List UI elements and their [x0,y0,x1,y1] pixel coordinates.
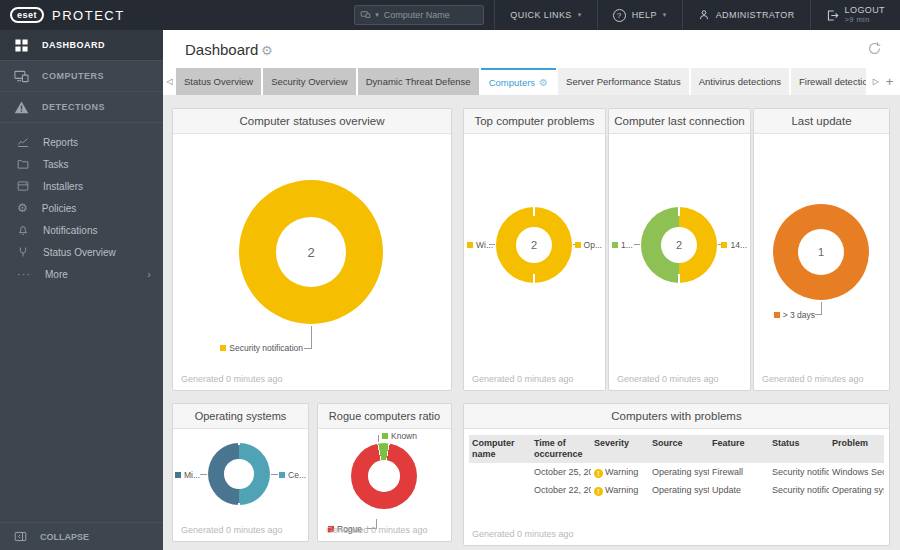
quick-links-menu[interactable]: QUICK LINKS ▾ [494,0,596,30]
computers-monitor-icon [14,69,29,84]
card-title: Top computer problems [464,109,605,134]
sidebar-item-label: Notifications [43,225,97,236]
cell-status: Security notific... [769,467,829,478]
sidebar-item-label: DETECTIONS [42,102,105,112]
search-scope-chevron-icon[interactable]: ▾ [375,11,379,19]
sidebar-item-label: DASHBOARD [42,40,105,50]
tab-label: Security Overview [271,76,348,87]
donut-chart[interactable]: 1 [773,204,869,300]
sidebar-item-computers[interactable]: COMPUTERS [0,61,163,92]
chevron-down-icon: ▾ [578,11,582,19]
table-header-row: Computer name Time of occurrence Severit… [469,435,884,463]
card-computers-with-problems: Computers with problems Computer name Ti… [463,403,890,546]
tab-label: Server Performance Status [566,76,681,87]
sidebar-item-dashboard[interactable]: DASHBOARD [0,30,163,61]
card-computer-statuses-overview: Computer statuses overview 2 Security no… [172,108,452,391]
sidebar-item-notifications[interactable]: Notifications [0,219,163,241]
tab-security-overview[interactable]: Security Overview [263,68,356,95]
sidebar: DASHBOARD COMPUTERS DETECTIONS Reports T… [0,30,163,550]
legend-item: 1... [612,240,633,250]
help-question-icon: ? [613,9,626,22]
column-header: Time of occurrence [531,438,591,460]
sidebar-collapse-button[interactable]: COLLAPSE [0,522,177,550]
product-name: PROTECT [52,8,125,23]
card-operating-systems: Operating systems Mi... Ce... Generated … [172,403,309,542]
chevron-down-icon: ▾ [663,11,667,19]
donut-center-value: 2 [516,227,553,264]
tab-computers[interactable]: Computers ⚙ [481,68,556,95]
donut-center-value: 2 [276,217,345,286]
policies-gear-icon: ⚙ [17,202,28,214]
donut-chart[interactable] [351,443,417,509]
tab-settings-gear-icon[interactable]: ⚙ [539,77,548,88]
sidebar-item-label: More [45,269,68,280]
legend-swatch [467,242,473,248]
sidebar-item-detections[interactable]: DETECTIONS [0,92,163,123]
sidebar-item-status-overview[interactable]: Status Overview [0,241,163,263]
search-input[interactable] [382,9,456,21]
cell-problem: Windows Secur... [829,467,884,478]
legend-item: Mi... [175,470,200,480]
donut-chart[interactable] [208,443,270,505]
tab-dynamic-threat-defense[interactable]: Dynamic Threat Defense [358,68,479,95]
generated-timestamp: Generated 0 minutes ago [472,529,574,539]
computer-search[interactable]: ▾ [354,5,484,25]
column-header: Problem [829,438,884,460]
more-ellipsis-icon: ··· [17,268,31,280]
column-header: Feature [709,438,769,460]
column-header: Computer name [469,438,531,460]
sidebar-item-reports[interactable]: Reports [0,131,163,153]
cell-time: October 22, 20... [531,485,591,496]
add-dashboard-icon[interactable]: + [886,74,894,89]
severity-label: Warning [605,485,638,495]
sidebar-item-label: COMPUTERS [42,71,104,81]
sidebar-item-label: Tasks [43,159,69,170]
column-header: Status [769,438,829,460]
user-name-label: ADMINISTRATOR [716,10,795,20]
refresh-icon[interactable] [867,41,882,56]
legend-item: Known [382,431,417,441]
tab-server-performance-status[interactable]: Server Performance Status [558,68,689,95]
donut-chart[interactable]: 2 [641,207,717,283]
page-title: Dashboard [185,41,258,58]
donut-hole [224,459,254,489]
sidebar-item-more[interactable]: ··· More › [0,263,163,285]
table-row[interactable]: October 22, 20... !Warning Operating sys… [469,481,884,499]
tab-label: Status Overview [184,76,253,87]
card-title: Computer statuses overview [173,109,451,134]
card-last-update: Last update 1 > 3 days Generated 0 minut… [753,108,890,391]
donut-chart[interactable]: 2 [496,207,572,283]
donut-hole [368,460,400,492]
legend-swatch [382,433,388,439]
logout-button[interactable]: LOGOUT >9 min [810,0,900,30]
legend-label: Security notification [229,343,303,353]
donut-center-value: 2 [661,227,698,264]
user-menu[interactable]: ADMINISTRATOR [682,0,810,30]
dashboard-settings-gear-icon[interactable]: ⚙ [261,43,273,58]
sidebar-item-label: Installers [43,181,83,192]
warning-icon: ! [594,487,603,496]
sidebar-item-installers[interactable]: Installers [0,175,163,197]
donut-chart[interactable]: 2 [239,180,383,324]
dashboard-grid-icon [14,38,29,53]
topbar: eset PROTECT ▾ QUICK LINKS ▾ ? HELP ▾ AD… [0,0,900,30]
main-header: Dashboard ⚙ [163,30,900,68]
severity-label: Warning [605,467,638,477]
sidebar-item-tasks[interactable]: Tasks [0,153,163,175]
cell-status: Security notific... [769,485,829,496]
chevron-right-icon: › [147,268,163,280]
reports-chart-icon [17,136,29,148]
tab-status-overview[interactable]: Status Overview [176,68,261,95]
tab-antivirus-detections[interactable]: Antivirus detections [691,68,789,95]
tab-scroll-right-icon[interactable]: ▷ [873,77,879,86]
brand: eset PROTECT [0,7,125,23]
sidebar-item-policies[interactable]: ⚙ Policies [0,197,163,219]
card-rogue-computers-ratio: Rogue computers ratio Known Rogue Genera… [317,403,452,542]
help-menu[interactable]: ? HELP ▾ [597,0,682,30]
table-row[interactable]: October 25, 20... !Warning Operating sys… [469,463,884,481]
eset-logo: eset [10,7,44,23]
legend-label: Known [391,431,417,441]
legend-item: 14... [721,240,747,250]
tab-scroll-left-icon[interactable]: ◁ [163,68,176,95]
sidebar-item-label: Status Overview [43,247,116,258]
